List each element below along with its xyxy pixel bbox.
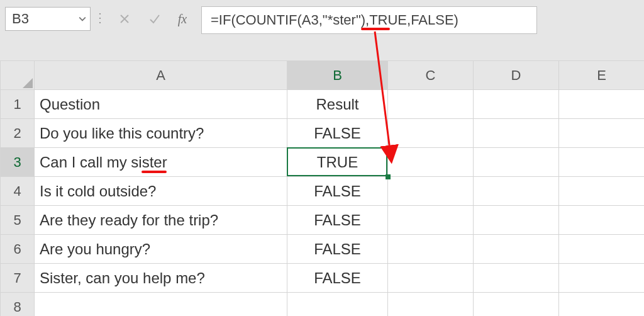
row-header[interactable]: 7: [1, 264, 35, 293]
enter-button[interactable]: [140, 6, 170, 31]
cell-B4[interactable]: FALSE: [287, 177, 388, 206]
cell-B6[interactable]: FALSE: [287, 235, 388, 264]
cell-B7[interactable]: FALSE: [287, 264, 388, 293]
cell-A1[interactable]: Question: [35, 90, 287, 119]
cell[interactable]: [388, 264, 474, 293]
table-row: 1 Question Result: [1, 90, 645, 119]
table-row: 4 Is it cold outside? FALSE: [1, 177, 645, 206]
table-row: 2 Do you like this country? FALSE: [1, 119, 645, 148]
col-header-D[interactable]: D: [474, 61, 559, 90]
row-header[interactable]: 1: [1, 90, 35, 119]
cell[interactable]: [559, 264, 645, 293]
cell[interactable]: [474, 177, 559, 206]
cell-A4[interactable]: Is it cold outside?: [35, 177, 287, 206]
cell-C1[interactable]: [388, 90, 474, 119]
cell-A5[interactable]: Are they ready for the trip?: [35, 206, 287, 235]
worksheet-grid[interactable]: A B C D E 1 Question Result 2 Do you lik…: [0, 60, 644, 316]
table-row: 3 Can I call my sister TRUE: [1, 148, 645, 177]
cancel-button[interactable]: [109, 6, 140, 31]
cell[interactable]: [559, 235, 645, 264]
row-header[interactable]: 6: [1, 235, 35, 264]
row-header[interactable]: 3: [1, 148, 35, 177]
cell[interactable]: [559, 206, 645, 235]
row-header[interactable]: 5: [1, 206, 35, 235]
formula-text: =IF(COUNTIF(A3,"*ster"),TRUE,FALSE): [211, 12, 528, 28]
cell-B3[interactable]: TRUE: [287, 148, 388, 177]
table-row: 7 Sister, can you help me? FALSE: [1, 264, 645, 293]
cell-A7[interactable]: Sister, can you help me?: [35, 264, 287, 293]
cell-A6[interactable]: Are you hungry?: [35, 235, 287, 264]
insert-function-button[interactable]: fx: [170, 6, 195, 31]
table-row: 8: [1, 293, 645, 317]
grip-icon: ⋮: [91, 6, 109, 25]
column-header-row: A B C D E: [1, 61, 645, 90]
cell[interactable]: [388, 119, 474, 148]
cell-A8[interactable]: [35, 293, 287, 317]
select-all-corner[interactable]: [1, 61, 35, 90]
cell[interactable]: [474, 148, 559, 177]
col-header-A[interactable]: A: [35, 61, 287, 90]
cell-D1[interactable]: [474, 90, 559, 119]
name-box-value: B3: [12, 11, 29, 27]
cell[interactable]: [474, 119, 559, 148]
col-header-B[interactable]: B: [287, 61, 388, 90]
cell[interactable]: [388, 235, 474, 264]
formula-bar-area: B3 ⋮ fx =IF(COUNTIF(A3,"*ster"),TRUE,FAL…: [0, 0, 644, 60]
cell[interactable]: [559, 293, 645, 317]
table-row: 6 Are you hungry? FALSE: [1, 235, 645, 264]
col-header-C[interactable]: C: [388, 61, 474, 90]
cell[interactable]: [388, 293, 474, 317]
row-header[interactable]: 4: [1, 177, 35, 206]
cell[interactable]: [388, 206, 474, 235]
formula-input[interactable]: =IF(COUNTIF(A3,"*ster"),TRUE,FALSE): [201, 6, 537, 34]
row-header[interactable]: 8: [1, 293, 35, 317]
cell-B8[interactable]: [287, 293, 388, 317]
col-header-E[interactable]: E: [559, 61, 645, 90]
cell[interactable]: [474, 235, 559, 264]
cell[interactable]: [474, 264, 559, 293]
annotation-underline-formula: [361, 28, 390, 30]
row-header[interactable]: 2: [1, 119, 35, 148]
cell[interactable]: [559, 177, 645, 206]
cell-B2[interactable]: FALSE: [287, 119, 388, 148]
cell-B5[interactable]: FALSE: [287, 206, 388, 235]
cell[interactable]: [474, 293, 559, 317]
fx-label: fx: [178, 12, 187, 26]
table-row: 5 Are they ready for the trip? FALSE: [1, 206, 645, 235]
cell-B1[interactable]: Result: [287, 90, 388, 119]
cell[interactable]: [388, 177, 474, 206]
cell-E1[interactable]: [559, 90, 645, 119]
cell-A3[interactable]: Can I call my sister: [35, 148, 287, 177]
cell[interactable]: [388, 148, 474, 177]
cell[interactable]: [474, 206, 559, 235]
name-box[interactable]: B3: [5, 7, 91, 31]
cell[interactable]: [559, 148, 645, 177]
cell-A2[interactable]: Do you like this country?: [35, 119, 287, 148]
cell[interactable]: [559, 119, 645, 148]
name-box-dropdown-icon[interactable]: [76, 9, 89, 29]
